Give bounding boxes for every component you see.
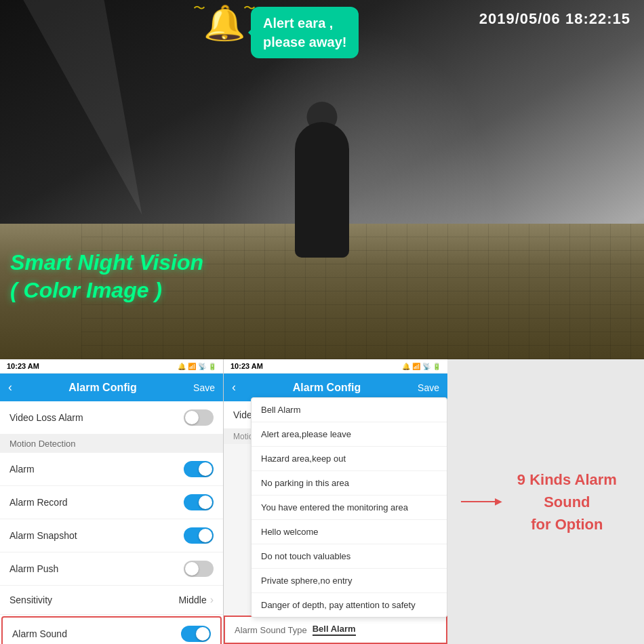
dropdown-item-parking[interactable]: No parking in this area xyxy=(251,471,447,496)
annotation-line2: for Option xyxy=(504,513,630,536)
settings-list-1: Video Loss Alarm Motion Detection Alarm … xyxy=(0,401,223,644)
alarm-sound-type-bottom-label: Alarm Sound Type xyxy=(235,625,307,635)
dropdown-item-valuables[interactable]: Do not touch valuables xyxy=(251,544,447,569)
sensitivity-text: Middle xyxy=(178,595,206,605)
dropdown-item-private[interactable]: Private sphere,no entry xyxy=(251,569,447,593)
alarm-push-row: Alarm Push xyxy=(0,552,223,586)
alarm-record-row: Alarm Record xyxy=(0,486,223,519)
alarm-record-label: Alarm Record xyxy=(9,497,68,508)
status-time-2: 10:23 AM xyxy=(230,362,263,370)
dropdown-item-danger[interactable]: Danger of depth, pay attention to safety xyxy=(251,593,447,617)
phone-screen-2: 10:23 AM 🔔 📶 📡 🔋 ‹ Alarm Config Save Vid… xyxy=(224,359,447,644)
alarm-sound-type-bottom-value: Bell Alarm xyxy=(313,624,356,636)
status-bar-1: 10:23 AM 🔔 📶 📡 🔋 xyxy=(0,359,223,374)
phone-header-1: ‹ Alarm Config Save xyxy=(0,374,223,401)
bell-container: 〜 🔔 〜 xyxy=(203,3,245,43)
sensitivity-value: Middle › xyxy=(178,594,214,606)
video-loss-label: Video Loss Alarm xyxy=(9,412,83,423)
alarm-snapshot-row: Alarm Snapshot xyxy=(0,519,223,552)
alert-text-line2: please away! xyxy=(263,35,346,49)
timestamp: 2019/05/06 18:22:15 xyxy=(479,10,630,28)
header-title-1: Alarm Config xyxy=(12,382,193,394)
annotation-section: ▶ 9 Kinds Alarm Sound for Option xyxy=(447,359,644,644)
dropdown-item-bell[interactable]: Bell Alarm xyxy=(251,398,447,422)
annotation-text: 9 Kinds Alarm Sound for Option xyxy=(504,468,630,536)
alarm-push-label: Alarm Push xyxy=(9,563,58,574)
bottom-section: 10:23 AM 🔔 📶 📡 🔋 ‹ Alarm Config Save Vid… xyxy=(0,359,644,644)
night-vision-line1: Smart Night Vision xyxy=(10,249,203,277)
night-vision-line2: ( Color Image ) xyxy=(10,277,203,305)
alarm-record-toggle[interactable] xyxy=(184,494,214,510)
save-button-1[interactable]: Save xyxy=(193,382,215,393)
alarm-sound-label: Alarm Sound xyxy=(12,628,67,639)
alarm-sound-type-bottom-row[interactable]: Alarm Sound Type Bell Alarm xyxy=(224,616,447,644)
chevron-right-icon: › xyxy=(210,594,214,606)
sensitivity-label: Sensitivity xyxy=(9,595,52,605)
person-silhouette xyxy=(295,122,349,258)
alarm-icon: 🔔 xyxy=(178,363,186,370)
status-bar-2: 10:23 AM 🔔 📶 📡 🔋 xyxy=(224,359,447,374)
status-icons-1: 🔔 📶 📡 🔋 xyxy=(178,363,216,370)
annotation-with-arrow: ▶ 9 Kinds Alarm Sound for Option xyxy=(461,468,630,536)
status-icons-2: 🔔 📶 📡 🔋 xyxy=(402,363,441,370)
video-loss-row: Video Loss Alarm xyxy=(0,401,223,435)
dropdown-item-welcome[interactable]: Hello welcome xyxy=(251,520,447,544)
bell-icon: 🔔 xyxy=(203,3,245,43)
phone-screen-1: 10:23 AM 🔔 📶 📡 🔋 ‹ Alarm Config Save Vid… xyxy=(0,359,224,644)
header-title-2: Alarm Config xyxy=(236,382,418,394)
arrow-head-icon: ▶ xyxy=(495,496,502,506)
alarm-sound-row: Alarm Sound xyxy=(1,616,222,644)
wifi-icon: 📡 xyxy=(198,363,206,370)
motion-detection-header: Motion Detection xyxy=(0,435,223,453)
alarm-toggle[interactable] xyxy=(184,461,214,477)
alarm-row: Alarm xyxy=(0,453,223,486)
dropdown-item-hazard[interactable]: Hazard area,keep out xyxy=(251,447,447,471)
person-body xyxy=(295,122,349,258)
video-loss-toggle[interactable] xyxy=(184,409,214,426)
alarm-snapshot-label: Alarm Snapshot xyxy=(9,530,77,541)
dropdown-item-alert[interactable]: Alert area,please leave xyxy=(251,422,447,447)
alert-bubble: Alert eara , please away! xyxy=(251,7,359,58)
alarm-sound-dropdown[interactable]: Bell Alarm Alert area,please leave Hazar… xyxy=(251,397,447,618)
wifi-icon-2: 📡 xyxy=(422,363,430,370)
alarm-icon-2: 🔔 xyxy=(402,363,410,370)
signal-icon-2: 📶 xyxy=(412,363,420,370)
camera-section: 〜 🔔 〜 Alert eara , please away! 2019/05/… xyxy=(0,0,644,359)
battery-icon-2: 🔋 xyxy=(432,363,441,370)
signal-icon: 📶 xyxy=(188,363,196,370)
status-time-1: 10:23 AM xyxy=(7,362,39,370)
annotation-line1: 9 Kinds Alarm Sound xyxy=(504,468,630,513)
alarm-snapshot-toggle[interactable] xyxy=(184,527,214,544)
alert-text-line1: Alert eara , xyxy=(263,16,333,31)
sensitivity-row[interactable]: Sensitivity Middle › xyxy=(0,586,223,615)
night-vision-text: Smart Night Vision ( Color Image ) xyxy=(10,249,203,305)
annotation-arrow: ▶ xyxy=(461,501,496,502)
vibration-left-icon: 〜 xyxy=(193,0,205,16)
dropdown-item-monitoring[interactable]: You have entered the monitoring area xyxy=(251,496,447,520)
battery-icon: 🔋 xyxy=(208,363,216,370)
alarm-sound-toggle[interactable] xyxy=(181,626,211,642)
alarm-label: Alarm xyxy=(9,464,35,475)
save-button-2[interactable]: Save xyxy=(418,382,439,393)
alarm-push-toggle[interactable] xyxy=(184,561,214,577)
